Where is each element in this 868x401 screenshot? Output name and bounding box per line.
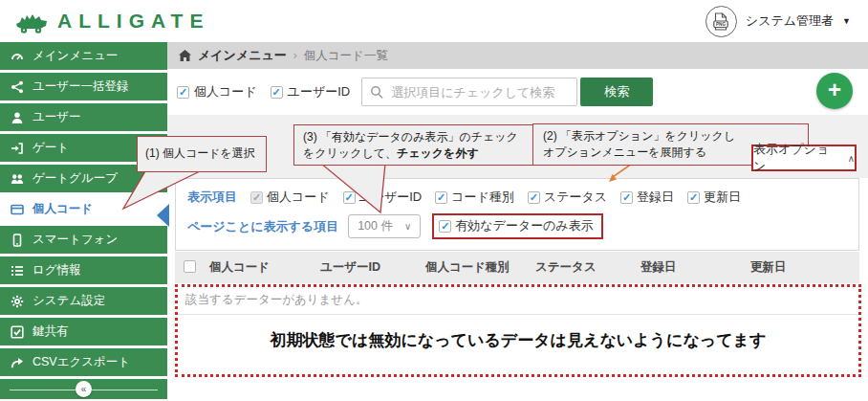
search-input[interactable] bbox=[361, 78, 577, 106]
sidebar-item-label: システム設定 bbox=[33, 293, 105, 309]
sidebar-item-label: ゲートグループ bbox=[33, 170, 118, 187]
chevron-up-icon: ∧ bbox=[848, 153, 855, 164]
field-label: 更新日 bbox=[704, 189, 741, 206]
filter-label: ユーザーID bbox=[288, 83, 351, 100]
annotation-step-3-line2-normal: をクリックして、 bbox=[303, 146, 397, 160]
sidebar-collapse-button[interactable]: « bbox=[0, 379, 167, 399]
search-button[interactable]: 検索 bbox=[580, 78, 653, 106]
display-options-panel: 表示項目 個人コード ユーザーID コード種別 ステータス bbox=[175, 178, 859, 251]
card-icon bbox=[11, 203, 24, 216]
sidebar-item-label: ユーザー bbox=[33, 109, 81, 125]
annotation-step-3: (3) 「有効なデータのみ表示」のチェック をクリックして、チェックを外す bbox=[293, 124, 546, 166]
brand-logo: ALLIGATE bbox=[13, 8, 209, 34]
display-fields-label: 表示項目 bbox=[187, 189, 237, 206]
annotation-step-3-line2-bold: チェックを外す bbox=[397, 146, 479, 160]
column-header-updated[interactable]: 更新日 bbox=[750, 259, 859, 276]
field-code-type-checkbox[interactable]: コード種別 bbox=[435, 189, 514, 206]
field-label: コード種別 bbox=[451, 189, 514, 206]
logo-text: ALLIGATE bbox=[57, 10, 209, 33]
field-user-id-checkbox[interactable]: ユーザーID bbox=[343, 189, 423, 206]
main-content: メインメニュー › 個人コード一覧 個人コード ユーザーID 検索 + bbox=[167, 42, 868, 401]
search-bar: 個人コード ユーザーID 検索 + bbox=[167, 69, 868, 115]
annotation-note: 初期状態では無効になっているデータは見えないようになってます bbox=[178, 329, 858, 351]
dashboard-icon bbox=[11, 50, 24, 63]
annotation-step-3-line2: をクリックして、チェックを外す bbox=[303, 145, 536, 162]
svg-text:PNG: PNG bbox=[716, 22, 726, 27]
sidebar-item-label: ログ情報 bbox=[33, 262, 81, 278]
display-fields-row: 表示項目 個人コード ユーザーID コード種別 ステータス bbox=[187, 189, 847, 206]
field-personal-code-checkbox[interactable]: 個人コード bbox=[250, 189, 330, 206]
collapse-icon: « bbox=[76, 381, 92, 397]
column-header-personal-code[interactable]: 個人コード bbox=[209, 259, 320, 276]
sidebar-item-label: ユーザー一括登録 bbox=[33, 78, 129, 95]
field-label: 登録日 bbox=[637, 189, 674, 206]
home-icon bbox=[179, 50, 191, 61]
share-icon bbox=[11, 80, 24, 94]
sidebar-item-label: ゲート bbox=[33, 140, 69, 156]
active-only-highlight-box: 有効なデーターのみ表示 bbox=[432, 213, 603, 239]
sidebar-item-personal-code[interactable]: 個人コード bbox=[0, 195, 167, 223]
checkbox-checked-icon bbox=[620, 191, 633, 204]
sidebar-item-users[interactable]: ユーザー bbox=[0, 103, 167, 131]
sidebar-item-csv-export[interactable]: CSVエクスポート bbox=[0, 348, 167, 376]
field-status-checkbox[interactable]: ステータス bbox=[528, 189, 607, 206]
checkbox-checked-icon bbox=[271, 86, 283, 99]
sidebar-item-label: CSVエクスポート bbox=[33, 354, 130, 370]
sidebar-item-main-menu[interactable]: メインメニュー bbox=[0, 42, 167, 70]
gate-icon bbox=[11, 142, 24, 155]
per-page-value: 100 件 bbox=[358, 218, 393, 234]
column-header-code-type[interactable]: 個人コード種別 bbox=[425, 259, 535, 276]
checkbox-checked-icon bbox=[528, 191, 540, 204]
users-icon bbox=[11, 172, 24, 186]
checkbox-disabled-icon bbox=[250, 191, 263, 204]
user-icon bbox=[11, 111, 24, 124]
user-menu[interactable]: PNG システム管理者 ▼ bbox=[705, 6, 851, 37]
active-only-checkbox[interactable]: 有効なデーターのみ表示 bbox=[439, 217, 594, 234]
filter-user-id-checkbox[interactable]: ユーザーID bbox=[271, 83, 351, 100]
sidebar-item-label: スマートフォン bbox=[33, 232, 118, 248]
active-only-label: 有効なデーターのみ表示 bbox=[455, 217, 594, 234]
sidebar-item-key-share[interactable]: 鍵共有 bbox=[0, 318, 167, 345]
checkbox-checked-icon bbox=[435, 191, 447, 204]
app-window: ALLIGATE PNG システム管理者 ▼ メインメニュー bbox=[0, 0, 868, 401]
png-file-icon: PNG bbox=[713, 12, 728, 31]
sidebar-nav: メインメニュー ユーザー一括登録 ユーザー ゲート bbox=[0, 42, 167, 401]
field-updated-date-checkbox[interactable]: 更新日 bbox=[687, 189, 741, 206]
caret-down-icon: ▼ bbox=[842, 16, 851, 26]
field-registered-date-checkbox[interactable]: 登録日 bbox=[620, 189, 674, 206]
filter-label: 個人コード bbox=[194, 83, 257, 100]
column-header-registered[interactable]: 登録日 bbox=[640, 259, 750, 276]
sidebar-item-user-bulk-register[interactable]: ユーザー一括登録 bbox=[0, 73, 167, 100]
smartphone-icon bbox=[11, 234, 24, 247]
breadcrumb: メインメニュー › 個人コード一覧 bbox=[167, 42, 868, 69]
empty-message: 該当するデーターがありません。 bbox=[178, 287, 858, 315]
per-page-label: ページことに表示する項目 bbox=[187, 218, 338, 235]
filter-personal-code-checkbox[interactable]: 個人コード bbox=[177, 83, 257, 100]
checkbox-checked-icon bbox=[687, 191, 700, 204]
display-options-toggle-label: 表示オプション bbox=[753, 141, 841, 175]
column-header-status[interactable]: ステータス bbox=[535, 259, 640, 276]
display-options-toggle[interactable]: 表示オプション ∧ bbox=[751, 145, 857, 171]
annotation-step-1-text: (1) 個人コードを選択 bbox=[145, 145, 255, 162]
selected-item-arrow-icon bbox=[157, 204, 169, 227]
sidebar-item-smartphone[interactable]: スマートフォン bbox=[0, 226, 167, 254]
avatar: PNG bbox=[705, 6, 737, 37]
list-icon bbox=[11, 264, 24, 278]
search-icon bbox=[370, 85, 383, 100]
add-button[interactable]: + bbox=[816, 73, 853, 109]
sidebar-item-system-settings[interactable]: システム設定 bbox=[0, 287, 167, 315]
breadcrumb-home[interactable]: メインメニュー bbox=[198, 47, 287, 64]
per-page-select[interactable]: 100 件 ∨ bbox=[348, 214, 421, 238]
top-bar: ALLIGATE PNG システム管理者 ▼ bbox=[0, 0, 868, 42]
breadcrumb-current: 個人コード一覧 bbox=[304, 48, 388, 64]
export-icon bbox=[11, 356, 24, 369]
select-all-checkbox[interactable] bbox=[184, 260, 196, 273]
annotation-step-3-line1: (3) 「有効なデータのみ表示」のチェック bbox=[303, 129, 536, 145]
field-label: ステータス bbox=[544, 189, 607, 206]
search-input-wrap bbox=[361, 78, 577, 106]
field-label: ユーザーID bbox=[359, 189, 423, 206]
gear-icon bbox=[11, 295, 24, 308]
column-header-user-id[interactable]: ユーザーID bbox=[320, 259, 425, 276]
table-header-row: 個人コード ユーザーID 個人コード種別 ステータス 登録日 更新日 bbox=[175, 252, 859, 283]
sidebar-item-log-info[interactable]: ログ情報 bbox=[0, 256, 167, 284]
